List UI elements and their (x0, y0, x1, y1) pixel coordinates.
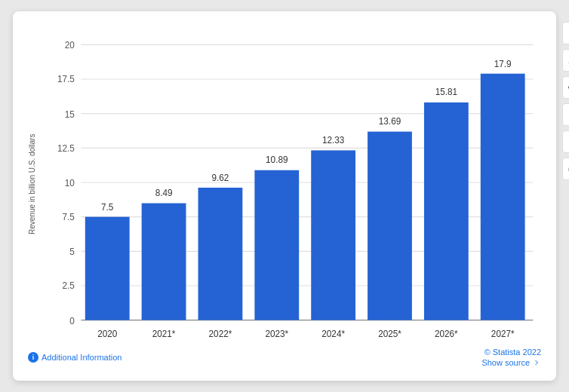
show-source-button[interactable]: Show source (481, 358, 541, 367)
arrow-icon (532, 358, 541, 367)
bell-button[interactable] (562, 49, 569, 72)
chart-svg: 20 17.5 15 12.5 10 7.5 (41, 26, 541, 338)
sidebar-icons: ★ " (562, 22, 569, 180)
bar-2026 (424, 103, 469, 320)
footer-right: © Statista 2022 Show source (481, 348, 541, 367)
y-axis-label: Revenue in billion U.S. dollars (28, 26, 36, 341)
bar-2020 (85, 217, 130, 320)
svg-text:10: 10 (65, 177, 75, 188)
svg-text:15.81: 15.81 (435, 87, 457, 98)
info-icon: i (28, 352, 38, 363)
svg-text:8.49: 8.49 (155, 188, 173, 199)
chart-area: Revenue in billion U.S. dollars 20 17.5 … (20, 26, 549, 341)
svg-text:2025*: 2025* (378, 328, 401, 339)
svg-text:2022*: 2022* (209, 328, 232, 339)
footer: i Additional Information © Statista 2022… (20, 341, 549, 369)
quote-button[interactable]: " (562, 130, 569, 153)
chart-plot: 20 17.5 15 12.5 10 7.5 (41, 26, 541, 338)
print-button[interactable] (562, 158, 569, 180)
additional-info-section[interactable]: i Additional Information (28, 352, 121, 363)
svg-text:5: 5 (69, 247, 75, 258)
bar-2023 (254, 170, 299, 320)
svg-text:2021*: 2021* (152, 328, 176, 339)
svg-text:17.5: 17.5 (57, 74, 75, 85)
chart-card: ★ " Revenue in billion U.S. dollars (13, 11, 556, 381)
svg-text:2023*: 2023* (265, 328, 288, 339)
svg-text:2026*: 2026* (435, 328, 458, 339)
svg-text:2024*: 2024* (321, 328, 345, 339)
bar-2027 (481, 74, 525, 320)
gear-button[interactable] (562, 76, 569, 99)
bar-2021 (142, 204, 186, 320)
svg-text:17.9: 17.9 (494, 58, 512, 69)
svg-text:2027*: 2027* (491, 328, 515, 339)
svg-text:7.5: 7.5 (63, 211, 75, 222)
additional-info-label: Additional Information (42, 353, 121, 362)
svg-text:12.5: 12.5 (57, 142, 75, 154)
svg-text:7.5: 7.5 (101, 201, 113, 213)
svg-text:10.89: 10.89 (266, 155, 288, 166)
svg-text:2020: 2020 (97, 328, 117, 339)
svg-text:20: 20 (65, 40, 75, 51)
bar-2024 (311, 150, 355, 320)
show-source-label: Show source (481, 358, 530, 367)
svg-text:9.62: 9.62 (211, 172, 229, 183)
bar-2025 (368, 132, 412, 320)
svg-text:12.33: 12.33 (322, 134, 344, 145)
bar-2022 (198, 188, 243, 320)
svg-text:15: 15 (65, 109, 75, 120)
svg-text:0: 0 (69, 315, 75, 326)
chart-inner: 20 17.5 15 12.5 10 7.5 (41, 26, 541, 341)
share-button[interactable] (562, 103, 569, 126)
svg-text:2.5: 2.5 (63, 280, 75, 292)
statista-credit: © Statista 2022 (484, 348, 541, 357)
star-button[interactable]: ★ (562, 22, 569, 44)
svg-text:13.69: 13.69 (379, 116, 401, 127)
